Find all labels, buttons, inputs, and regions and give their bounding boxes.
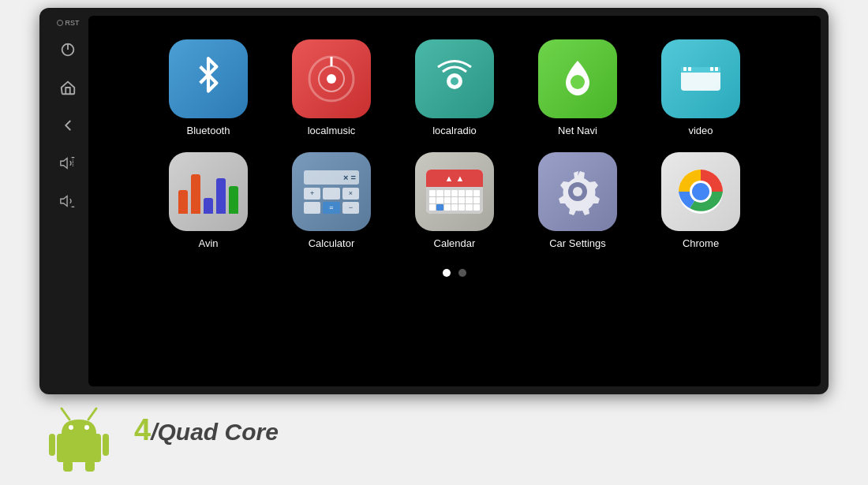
android-logo: [47, 402, 103, 457]
volume-down-button[interactable]: [54, 187, 82, 215]
rst-area: RST: [57, 19, 80, 27]
app-chrome[interactable]: Chrome: [651, 152, 750, 249]
svg-rect-31: [85, 461, 95, 472]
svg-point-11: [571, 75, 585, 89]
svg-rect-13: [681, 67, 720, 73]
svg-rect-14: [683, 67, 687, 71]
app-label-carsettings: Car Settings: [549, 237, 606, 249]
app-localmusic[interactable]: localmusic: [282, 39, 381, 136]
app-label-calendar: Calendar: [434, 237, 476, 249]
rst-label: RST: [65, 19, 80, 27]
main-screen: Bluetooth localmusic: [88, 16, 821, 386]
app-video[interactable]: video: [651, 39, 750, 136]
app-grid: Bluetooth localmusic: [159, 39, 750, 249]
svg-point-26: [84, 425, 89, 430]
app-carsettings[interactable]: Car Settings: [528, 152, 627, 249]
app-label-localmusic: localmusic: [308, 125, 356, 136]
svg-line-24: [88, 409, 96, 420]
quad-core-number: 4: [134, 413, 151, 446]
quad-core-label: 4/Quad Core: [134, 413, 279, 447]
app-avin[interactable]: Avin: [159, 152, 258, 249]
app-label-avin: Avin: [198, 237, 218, 249]
back-button[interactable]: [54, 111, 82, 140]
volume-up-button[interactable]: [54, 149, 82, 177]
app-label-bluetooth: Bluetooth: [187, 125, 230, 136]
svg-point-19: [573, 187, 582, 196]
svg-point-25: [69, 425, 73, 430]
svg-rect-27: [57, 434, 101, 462]
svg-rect-17: [710, 67, 713, 71]
app-label-localradio: localradio: [432, 125, 477, 136]
side-buttons-panel: RST: [47, 16, 88, 386]
svg-line-23: [62, 409, 69, 420]
app-calendar[interactable]: ▲ ▲: [405, 152, 504, 249]
app-label-chrome: Chrome: [683, 237, 719, 249]
rst-circle: [57, 20, 63, 26]
power-button[interactable]: [54, 35, 82, 64]
app-label-netnavi: Net Navi: [558, 125, 597, 136]
app-calculator[interactable]: × = + × = − Calculator: [282, 152, 381, 249]
svg-rect-30: [63, 461, 73, 472]
app-label-video: video: [688, 125, 713, 136]
svg-rect-28: [49, 434, 55, 456]
svg-point-10: [451, 77, 458, 85]
page-dots: [443, 269, 466, 277]
home-button[interactable]: [54, 73, 82, 102]
page-dot-1[interactable]: [443, 269, 451, 277]
quad-core-text: /Quad Core: [151, 419, 279, 445]
app-label-calculator: Calculator: [309, 237, 355, 249]
svg-rect-15: [688, 67, 691, 71]
page-dot-2[interactable]: [458, 269, 466, 277]
svg-rect-16: [715, 67, 718, 71]
svg-point-7: [327, 74, 336, 84]
head-unit: RST: [39, 8, 829, 394]
svg-point-22: [692, 183, 709, 200]
app-bluetooth[interactable]: Bluetooth: [159, 39, 258, 136]
app-netnavi[interactable]: Net Navi: [528, 39, 627, 136]
app-localradio[interactable]: localradio: [405, 39, 504, 136]
svg-rect-29: [103, 434, 109, 456]
bottom-section: 4/Quad Core: [0, 394, 868, 465]
